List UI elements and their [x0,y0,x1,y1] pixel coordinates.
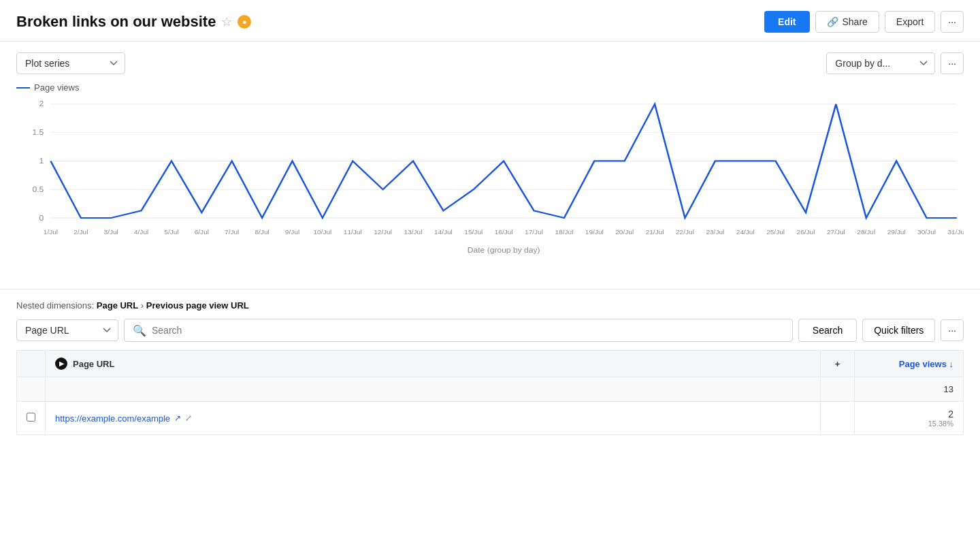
svg-text:0.5: 0.5 [33,185,44,193]
total-row: 13 [17,377,964,402]
row-checkbox[interactable] [27,413,35,422]
header-left: Broken links on our website ☆ ● [16,13,251,31]
svg-text:19/Jul: 19/Jul [585,229,604,236]
total-add-cell [821,377,855,402]
nested-dims-label: Nested dimensions: [16,300,94,311]
checkbox-header [17,351,46,377]
svg-text:1: 1 [39,157,44,165]
svg-text:28/Jul: 28/Jul [857,229,875,236]
dimension-dropdown[interactable]: Page URL [16,319,118,341]
svg-text:2/Jul: 2/Jul [74,229,88,236]
svg-text:20/Jul: 20/Jul [615,229,634,236]
svg-text:1/Jul: 1/Jul [44,229,58,236]
svg-text:3/Jul: 3/Jul [104,229,118,236]
table-more-button[interactable]: ··· [941,319,964,341]
table-row: https://example.com/example ↗ ⤢ 2 15.38% [17,402,964,435]
row-pct: 15.38% [864,420,953,428]
svg-text:6/Jul: 6/Jul [195,229,209,236]
svg-text:4/Jul: 4/Jul [134,229,148,236]
data-table: ▶ Page URL + Page views ↓ [16,350,964,435]
svg-text:13/Jul: 13/Jul [404,229,423,236]
svg-text:30/Jul: 30/Jul [917,229,936,236]
link-icon: 🔗 [827,16,838,27]
play-icon: ▶ [55,358,67,370]
svg-text:26/Jul: 26/Jul [797,229,815,236]
chart-section: Plot series Group by d... ··· Page views… [0,42,980,289]
breadcrumb-arrow: › [141,300,144,311]
share-button[interactable]: 🔗 Share [815,11,879,33]
legend-line-icon [16,87,30,89]
svg-text:11/Jul: 11/Jul [344,229,362,236]
svg-text:12/Jul: 12/Jul [374,229,392,236]
dim1-label: Page URL [97,300,138,311]
group-by-dropdown[interactable]: Group by d... [826,52,935,74]
col-pageurl-label: Page URL [73,359,114,369]
total-label-cell [46,377,821,402]
page-header: Broken links on our website ☆ ● Edit 🔗 S… [0,0,980,42]
table-header-row: ▶ Page URL + Page views ↓ [17,351,964,377]
svg-text:Date (group by day): Date (group by day) [468,246,540,253]
sort-arrow-icon: ↓ [949,359,954,369]
col-pageurl-header: ▶ Page URL [46,351,821,377]
page-url-link[interactable]: https://example.com/example [55,413,170,424]
row-value-cell: 2 15.38% [855,402,964,435]
plot-series-dropdown[interactable]: Plot series [16,52,125,74]
row-page-views: 2 [864,409,953,420]
chart-more-button[interactable]: ··· [941,52,964,74]
col-pageviews-header[interactable]: Page views ↓ [855,351,964,377]
total-checkbox-cell [17,377,46,402]
quick-filters-button[interactable]: Quick filters [862,319,935,342]
chart-legend: Page views [16,82,964,93]
total-value: 13 [944,384,953,394]
export-button[interactable]: Export [885,11,935,33]
row-url-cell: https://example.com/example ↗ ⤢ [46,402,821,435]
more-options-button[interactable]: ··· [941,11,964,33]
chart-svg: 2 1.5 1 0.5 0 1/Jul 2/Jul 3/Jul 4/Jul 5/… [16,98,964,262]
col-add-header[interactable]: + [821,351,855,377]
svg-text:23/Jul: 23/Jul [706,229,724,236]
col-pageviews-label: Page views [899,359,947,369]
svg-text:25/Jul: 25/Jul [766,229,785,236]
svg-text:5/Jul: 5/Jul [164,229,178,236]
chart-controls: Plot series Group by d... ··· [16,52,964,74]
chart-controls-right: Group by d... ··· [826,52,964,74]
edit-button[interactable]: Edit [764,11,809,33]
search-box: 🔍 [124,319,793,342]
coin-icon: ● [238,15,251,29]
nested-dimensions: Nested dimensions: Page URL › Previous p… [16,300,964,311]
external-link-icon[interactable]: ↗ [174,413,181,423]
total-value-cell: 13 [855,377,964,402]
svg-text:31/Jul: 31/Jul [947,229,964,236]
svg-text:1.5: 1.5 [33,129,44,136]
legend-label: Page views [34,82,79,93]
filter-icon[interactable]: ⤢ [185,413,192,423]
dim2-label: Previous page view URL [146,300,249,311]
chart-area: 2 1.5 1 0.5 0 1/Jul 2/Jul 3/Jul 4/Jul 5/… [16,98,964,289]
page-title: Broken links on our website [16,13,216,31]
svg-text:24/Jul: 24/Jul [736,229,755,236]
search-button[interactable]: Search [798,319,857,342]
svg-text:16/Jul: 16/Jul [495,229,513,236]
svg-text:18/Jul: 18/Jul [555,229,573,236]
svg-text:21/Jul: 21/Jul [646,229,664,236]
row-checkbox-cell [17,402,46,435]
svg-text:22/Jul: 22/Jul [676,229,694,236]
svg-text:7/Jul: 7/Jul [225,229,239,236]
svg-text:8/Jul: 8/Jul [255,229,269,236]
star-icon[interactable]: ☆ [221,14,232,29]
svg-text:9/Jul: 9/Jul [285,229,299,236]
svg-text:10/Jul: 10/Jul [313,229,331,236]
svg-text:2: 2 [39,100,44,108]
svg-text:29/Jul: 29/Jul [887,229,906,236]
header-actions: Edit 🔗 Share Export ··· [764,11,964,33]
search-input[interactable] [152,319,784,341]
row-add-cell [821,402,855,435]
svg-text:0: 0 [39,214,44,221]
table-section: Nested dimensions: Page URL › Previous p… [0,289,980,446]
search-icon: 🔍 [133,324,146,337]
svg-text:27/Jul: 27/Jul [827,229,845,236]
table-toolbar: Page URL 🔍 Search Quick filters ··· [16,319,964,342]
svg-text:14/Jul: 14/Jul [434,229,453,236]
svg-text:15/Jul: 15/Jul [464,229,483,236]
link-cell: https://example.com/example ↗ ⤢ [55,413,811,424]
